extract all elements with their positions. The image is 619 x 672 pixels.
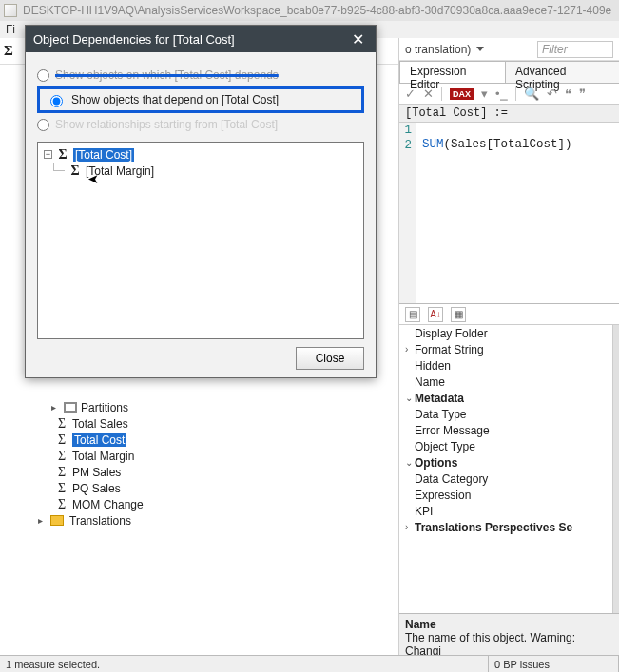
- status-bar: 1 measure selected. 0 BP issues: [0, 655, 619, 672]
- grid-icon[interactable]: ▦: [451, 307, 466, 322]
- property-row[interactable]: Hidden: [399, 357, 612, 374]
- sigma-icon: Σ: [55, 497, 68, 512]
- sort-az-icon[interactable]: A↓: [428, 307, 443, 322]
- search-icon[interactable]: 🔍: [524, 86, 539, 101]
- property-row[interactable]: ⌄Metadata: [399, 390, 612, 406]
- property-description: Name The name of this object. Warning: C…: [399, 613, 619, 655]
- expression-editor[interactable]: 12 SUM(Sales[TotalCost]): [399, 123, 619, 303]
- window-title: DESKTOP-HH1V9AQ\AnalysisServicesWorkspac…: [23, 4, 611, 17]
- property-row[interactable]: Name: [399, 374, 612, 390]
- scrollbar[interactable]: [612, 325, 619, 613]
- opt-relationships[interactable]: Show relationships starting from [Total …: [55, 118, 278, 131]
- property-row[interactable]: Object Type: [399, 438, 612, 454]
- expr-tabstrip: Expression Editor Advanced Scripting: [399, 61, 619, 84]
- code-fn: SUM: [422, 138, 444, 151]
- expand-icon[interactable]: ▸: [36, 515, 45, 526]
- translation-dropdown[interactable]: o translation): [405, 43, 471, 56]
- dialog-title: Object Dependencies for [Total Cost]: [33, 32, 235, 47]
- opt-depend-highlight: Show objects that depend on [Total Cost]: [37, 86, 364, 113]
- sigma-icon: Σ: [55, 449, 68, 464]
- app-icon: [4, 4, 17, 17]
- dep-child[interactable]: [Total Margin]: [86, 164, 154, 178]
- folder-icon: [50, 515, 64, 526]
- menu-item-file[interactable]: Fi: [6, 23, 15, 36]
- dialog-titlebar[interactable]: Object Dependencies for [Total Cost] ✕: [26, 26, 376, 52]
- opt-dependents[interactable]: Show objects that depend on [Total Cost]: [71, 93, 279, 106]
- chevron-down-icon[interactable]: [474, 44, 486, 55]
- property-name: Data Type: [415, 408, 612, 421]
- caret-icon[interactable]: ›: [405, 522, 415, 532]
- property-row[interactable]: Error Message: [399, 422, 612, 438]
- property-name: Data Category: [415, 472, 612, 486]
- property-name: Hidden: [415, 359, 612, 373]
- model-tree[interactable]: ▸ Partitions ΣTotal Sales ΣTotal Cost ΣT…: [29, 399, 395, 528]
- uncomment-icon[interactable]: ❞: [579, 86, 586, 101]
- right-pane: o translation) Filter Expression Editor …: [399, 38, 619, 655]
- undo-icon[interactable]: ↶: [547, 86, 557, 101]
- property-name: Display Folder: [415, 327, 612, 340]
- chevron-down-icon[interactable]: ▾: [481, 86, 488, 101]
- sigma-icon: Σ: [55, 481, 68, 496]
- expression-header: [Total Cost] :=: [399, 105, 619, 123]
- property-row[interactable]: ›Format String: [399, 341, 612, 357]
- tree-measure[interactable]: Total Sales: [72, 417, 128, 431]
- dep-root[interactable]: [Total Cost]: [73, 148, 134, 162]
- property-name: Metadata: [415, 392, 612, 405]
- close-icon[interactable]: ✕: [348, 30, 368, 48]
- tree-partitions[interactable]: Partitions: [81, 401, 128, 414]
- comment-icon[interactable]: ❝: [565, 86, 571, 101]
- property-row[interactable]: Data Category: [399, 470, 612, 487]
- property-name: Options: [415, 456, 612, 470]
- filter-input[interactable]: Filter: [537, 41, 613, 58]
- property-name: KPI: [415, 505, 612, 518]
- property-name: Expression: [415, 489, 612, 502]
- property-name: Translations Perspectives Se: [415, 521, 612, 534]
- dependencies-dialog: Object Dependencies for [Total Cost] ✕ S…: [25, 25, 377, 378]
- property-name: Error Message: [415, 424, 612, 437]
- caret-icon[interactable]: ⌄: [405, 393, 415, 403]
- sigma-icon: Σ: [56, 147, 69, 163]
- tree-measure[interactable]: PM Sales: [72, 466, 121, 479]
- line-gutter: 12: [399, 123, 416, 303]
- expand-icon[interactable]: ▸: [49, 402, 58, 413]
- status-selection: 1 measure selected.: [0, 656, 489, 672]
- app-titlebar: DESKTOP-HH1V9AQ\AnalysisServicesWorkspac…: [0, 0, 619, 21]
- property-list[interactable]: Display Folder›Format StringHiddenName⌄M…: [399, 325, 612, 613]
- sigma-icon: Σ: [4, 43, 13, 59]
- property-row[interactable]: ›Translations Perspectives Se: [399, 519, 612, 535]
- property-row[interactable]: Data Type: [399, 406, 612, 422]
- tab-expression-editor[interactable]: Expression Editor: [399, 61, 506, 83]
- close-button[interactable]: Close: [296, 347, 364, 370]
- caret-icon[interactable]: ⌄: [405, 457, 415, 468]
- radio-dependents[interactable]: [50, 95, 63, 107]
- categorize-icon[interactable]: ▤: [405, 307, 420, 322]
- sigma-icon: Σ: [68, 163, 82, 179]
- dependency-tree[interactable]: − Σ [Total Cost] Σ [Total Margin] ➤: [37, 142, 364, 339]
- caret-icon[interactable]: ›: [405, 344, 415, 355]
- partitions-icon: [64, 402, 77, 413]
- tree-measure[interactable]: Total Margin: [72, 450, 134, 463]
- tree-measure[interactable]: Total Cost: [72, 433, 126, 447]
- tree-translations[interactable]: Translations: [69, 514, 131, 528]
- property-row[interactable]: ⌄Options: [399, 454, 612, 470]
- property-name: Format String: [415, 343, 612, 356]
- property-grid: ▤ A↓ ▦ Display Folder›Format StringHidde…: [399, 303, 619, 655]
- radio-depends-on[interactable]: [37, 69, 49, 82]
- property-row[interactable]: KPI: [399, 503, 612, 519]
- tree-measure[interactable]: MOM Change: [72, 498, 144, 511]
- tree-measure[interactable]: PQ Sales: [72, 482, 121, 495]
- property-row[interactable]: Expression: [399, 487, 612, 503]
- property-name: Name: [415, 375, 612, 389]
- property-name: Object Type: [415, 440, 612, 453]
- status-bp: 0 BP issues: [489, 656, 619, 672]
- tab-advanced-scripting[interactable]: Advanced Scripting: [505, 61, 619, 83]
- sigma-icon: Σ: [55, 416, 68, 432]
- opt-depends-on[interactable]: Show objects on which [Total Cost] depen…: [55, 68, 279, 82]
- collapse-icon[interactable]: −: [44, 150, 52, 159]
- sigma-icon: Σ: [55, 432, 68, 448]
- radio-relationships[interactable]: [37, 119, 49, 131]
- property-row[interactable]: Display Folder: [399, 325, 612, 341]
- sigma-icon: Σ: [55, 465, 68, 480]
- property-icon[interactable]: •⎯: [495, 86, 508, 101]
- dax-badge[interactable]: DAX: [450, 88, 474, 100]
